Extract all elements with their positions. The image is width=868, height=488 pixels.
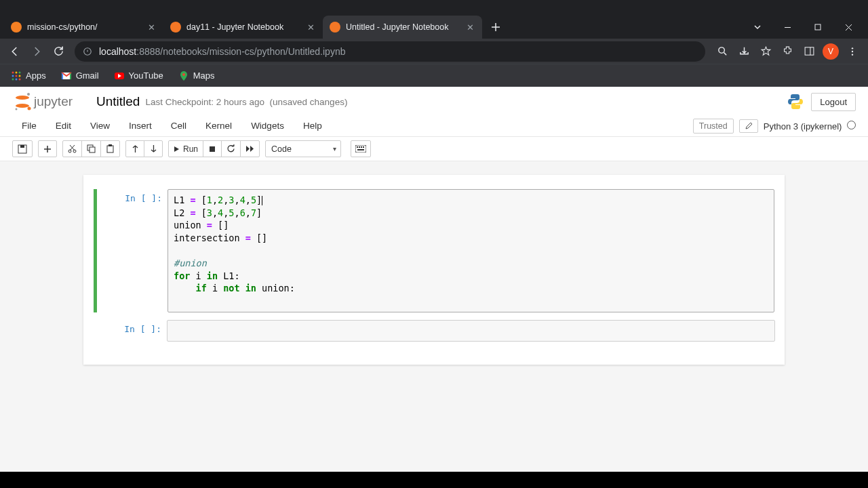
- profile-avatar[interactable]: V: [821, 42, 841, 61]
- url-port: :8888: [136, 46, 160, 57]
- bookmark-apps[interactable]: Apps: [5, 68, 52, 84]
- svg-rect-34: [355, 145, 366, 152]
- bookmark-maps[interactable]: Maps: [173, 68, 220, 84]
- svg-rect-39: [357, 149, 364, 150]
- youtube-icon: [114, 70, 125, 81]
- tab-strip: mission-cs/python/ ✕ day11 - Jupyter Not…: [0, 0, 868, 39]
- address-bar: localhost:8888/notebooks/mission-cs/pyth…: [0, 39, 868, 64]
- svg-rect-38: [363, 146, 364, 148]
- share-icon[interactable]: [734, 42, 754, 61]
- svg-rect-31: [107, 146, 113, 152]
- kernel-name[interactable]: Python 3 (ipykernel): [764, 121, 856, 131]
- svg-point-6: [852, 54, 853, 55]
- celltype-select[interactable]: Code: [265, 140, 341, 157]
- svg-point-21: [27, 93, 30, 96]
- extensions-icon[interactable]: [777, 42, 797, 61]
- maps-icon: [178, 70, 189, 81]
- checkpoint-status: Last Checkpoint: 2 hours ago (unsaved ch…: [145, 97, 347, 107]
- svg-rect-33: [210, 146, 215, 152]
- side-panel-icon[interactable]: [799, 42, 819, 61]
- browser-tab[interactable]: mission-cs/python/ ✕: [4, 16, 163, 39]
- menu-kernel[interactable]: Kernel: [196, 118, 241, 134]
- svg-rect-0: [815, 24, 821, 30]
- tab-label: mission-cs/python/: [27, 22, 142, 32]
- svg-point-11: [16, 75, 18, 77]
- maximize-icon[interactable]: [803, 17, 833, 37]
- trusted-indicator[interactable]: Trusted: [693, 119, 734, 134]
- menu-help[interactable]: Help: [294, 118, 332, 134]
- svg-point-9: [19, 71, 21, 73]
- svg-point-19: [16, 96, 29, 100]
- bookmark-gmail[interactable]: Gmail: [56, 68, 104, 84]
- close-icon[interactable]: ✕: [465, 22, 475, 33]
- bookmark-label: Apps: [26, 70, 46, 81]
- taskbar-placeholder: [0, 472, 868, 488]
- close-icon[interactable]: ✕: [146, 22, 157, 33]
- cut-icon[interactable]: [62, 140, 82, 157]
- jupyter-header: jupyter Untitled Last Checkpoint: 2 hour…: [0, 87, 868, 115]
- browser-tab-active[interactable]: Untitled - Jupyter Notebook ✕: [323, 16, 482, 39]
- svg-rect-37: [361, 146, 362, 148]
- logout-button[interactable]: Logout: [811, 93, 856, 111]
- svg-point-15: [19, 78, 21, 80]
- save-icon[interactable]: [12, 140, 33, 157]
- command-palette-icon[interactable]: [351, 140, 371, 157]
- menu-insert[interactable]: Insert: [119, 118, 161, 134]
- kebab-menu-icon[interactable]: [842, 42, 863, 61]
- code-content[interactable]: [173, 325, 769, 338]
- code-input-area[interactable]: L1 = [1,2,3,4,5] L2 = [3,4,5,6,7] union …: [167, 189, 774, 312]
- menu-view[interactable]: View: [81, 118, 119, 134]
- menu-cell[interactable]: Cell: [161, 118, 196, 134]
- svg-rect-36: [359, 146, 360, 148]
- url-input[interactable]: localhost:8888/notebooks/mission-cs/pyth…: [75, 41, 705, 62]
- edit-mode-icon[interactable]: [739, 119, 758, 133]
- new-tab-button[interactable]: [486, 18, 505, 37]
- paste-icon[interactable]: [100, 140, 120, 157]
- back-icon[interactable]: [5, 42, 24, 61]
- code-input-area[interactable]: [167, 320, 775, 342]
- tab-label: Untitled - Jupyter Notebook: [346, 22, 461, 32]
- add-cell-icon[interactable]: [38, 140, 57, 157]
- tab-search-icon[interactable]: [742, 17, 772, 37]
- run-button[interactable]: Run: [168, 140, 203, 157]
- input-prompt: In [ ]:: [100, 189, 167, 312]
- code-cell[interactable]: In [ ]: L1 = [1,2,3,4,5] L2 = [3,4,5,6,7…: [89, 186, 779, 316]
- favicon-icon: [11, 22, 22, 33]
- jupyter-logo-icon[interactable]: jupyter: [12, 91, 87, 113]
- bookmark-youtube[interactable]: YouTube: [108, 68, 169, 84]
- move-up-icon[interactable]: [125, 140, 144, 157]
- copy-icon[interactable]: [81, 140, 101, 157]
- bookmark-star-icon[interactable]: [755, 42, 776, 61]
- restart-icon[interactable]: [221, 140, 241, 157]
- restart-run-all-icon[interactable]: [240, 140, 260, 157]
- close-window-icon[interactable]: [833, 17, 864, 37]
- svg-point-12: [19, 75, 21, 77]
- zoom-icon[interactable]: [712, 42, 732, 61]
- code-cell[interactable]: In [ ]:: [89, 317, 779, 345]
- bookmark-label: Gmail: [76, 70, 99, 81]
- svg-rect-3: [805, 47, 814, 55]
- browser-chrome: mission-cs/python/ ✕ day11 - Jupyter Not…: [0, 0, 868, 87]
- tab-label: day11 - Jupyter Notebook: [186, 22, 302, 32]
- interrupt-icon[interactable]: [203, 140, 222, 157]
- menu-file[interactable]: File: [12, 118, 46, 134]
- cell-bar: [93, 320, 96, 342]
- browser-tab[interactable]: day11 - Jupyter Notebook ✕: [163, 16, 323, 39]
- bookmarks-bar: Apps Gmail YouTube Maps: [0, 64, 868, 87]
- forward-icon[interactable]: [27, 42, 46, 61]
- menu-edit[interactable]: Edit: [46, 118, 81, 134]
- svg-point-18: [182, 73, 185, 76]
- svg-text:jupyter: jupyter: [33, 94, 73, 108]
- apps-icon: [11, 70, 22, 81]
- site-info-icon[interactable]: [83, 47, 92, 56]
- notebook-container: In [ ]: L1 = [1,2,3,4,5] L2 = [3,4,5,6,7…: [83, 175, 785, 365]
- close-icon[interactable]: ✕: [306, 22, 316, 33]
- svg-rect-26: [20, 145, 24, 148]
- minimize-icon[interactable]: [772, 17, 803, 37]
- reload-icon[interactable]: [49, 42, 68, 61]
- move-down-icon[interactable]: [144, 140, 163, 157]
- svg-point-2: [718, 47, 724, 54]
- notebook-title[interactable]: Untitled: [96, 94, 140, 109]
- menu-widgets[interactable]: Widgets: [241, 118, 294, 134]
- code-content[interactable]: L1 = [1,2,3,4,5] L2 = [3,4,5,6,7] union …: [174, 194, 768, 308]
